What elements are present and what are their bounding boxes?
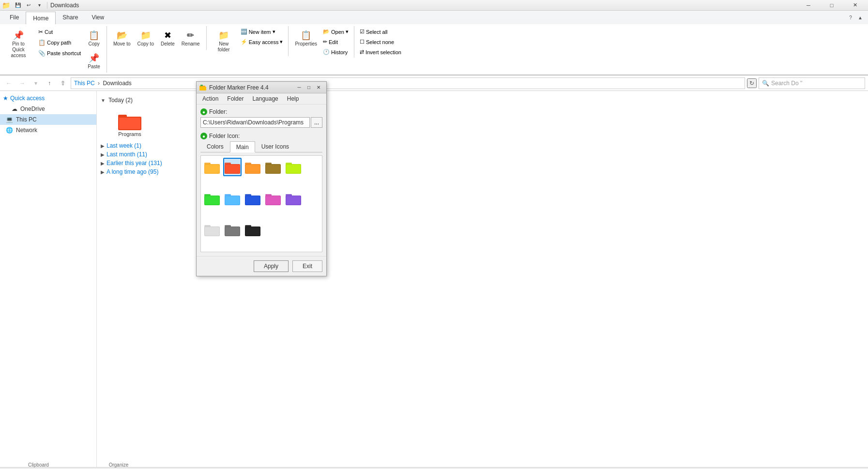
- copy-label: Copy: [88, 41, 99, 46]
- folder-icon-item-green[interactable]: [203, 189, 221, 208]
- search-placeholder: Search Do ": [771, 80, 802, 87]
- paste-button[interactable]: 📌 Paste: [84, 50, 104, 72]
- folder-icon-item-yellow[interactable]: [203, 158, 221, 176]
- ribbon: File Home Share View ? ▲ 📌 Pin to Quick …: [0, 11, 868, 76]
- dialog-close-button[interactable]: ✕: [314, 83, 323, 92]
- tab-view[interactable]: View: [85, 11, 111, 24]
- svg-rect-2: [119, 118, 140, 129]
- exit-button[interactable]: Exit: [292, 260, 322, 272]
- search-box[interactable]: 🔍 Search Do ": [759, 77, 865, 89]
- folder-icon-item-purple[interactable]: [284, 189, 303, 208]
- tab-main[interactable]: Main: [230, 141, 255, 152]
- ribbon-help-btn[interactable]: ?: [846, 13, 855, 22]
- folder-icon-item-black[interactable]: [244, 220, 262, 239]
- folder-path-row: ...: [200, 117, 322, 128]
- easy-access-label: Easy access: [249, 39, 279, 45]
- dialog-maximize-button[interactable]: □: [304, 83, 314, 92]
- pin-to-quick-access-button[interactable]: 📌 Pin to Quick access: [3, 27, 34, 61]
- edit-button[interactable]: ✏ Edit: [320, 37, 351, 46]
- folder-browse-button[interactable]: ...: [311, 117, 322, 128]
- tab-user-icons[interactable]: User Icons: [255, 141, 295, 152]
- paste-shortcut-label: Paste shortcut: [47, 50, 81, 56]
- open-icon: 📂: [323, 29, 330, 35]
- paste-shortcut-button[interactable]: 📎 Paste shortcut: [36, 48, 83, 58]
- dialog-menu-language[interactable]: Language: [248, 94, 282, 103]
- new-item-button[interactable]: 🆕 New item ▾: [238, 27, 286, 36]
- folder-icon-item-pink[interactable]: [264, 189, 282, 208]
- easy-access-button[interactable]: ⚡ Easy access ▾: [238, 37, 286, 46]
- svg-rect-17: [266, 165, 280, 173]
- copy-to-label: Copy to: [137, 41, 153, 46]
- open-button[interactable]: 📂 Open ▾: [320, 27, 351, 36]
- folder-icon-item-brown[interactable]: [264, 158, 282, 176]
- dialog-menu-folder[interactable]: Folder: [223, 94, 247, 103]
- breadcrumb-downloads[interactable]: Downloads: [103, 80, 131, 87]
- dialog-minimize-button[interactable]: ─: [294, 83, 304, 92]
- folder-icon-item-lightgray[interactable]: [203, 220, 221, 239]
- copy-to-button[interactable]: 📁 Copy to: [134, 27, 157, 49]
- new-folder-button[interactable]: 📁 New folder: [210, 27, 238, 55]
- history-button[interactable]: 🕐 History: [320, 47, 351, 57]
- tab-file[interactable]: File: [3, 11, 26, 24]
- maximize-button[interactable]: □: [821, 0, 843, 11]
- sidebar-item-this-pc[interactable]: 💻 This PC: [0, 114, 96, 125]
- qat-undo-btn[interactable]: ↩: [24, 1, 33, 10]
- today-expand-arrow: ▼: [101, 98, 106, 103]
- copy-button[interactable]: 📋 Copy: [84, 27, 104, 49]
- cut-button[interactable]: ✂ Cut: [36, 27, 83, 37]
- dialog-menu-action[interactable]: Action: [198, 94, 222, 103]
- up-button[interactable]: ↑: [44, 77, 55, 89]
- folder-programs[interactable]: Programs: [110, 108, 149, 139]
- sidebar-item-network[interactable]: 🌐 Network: [0, 125, 96, 136]
- folder-path-input[interactable]: [200, 117, 310, 128]
- folder-icon-section: ● Folder Icon:: [200, 133, 322, 139]
- folder-icon-item-red[interactable]: [223, 158, 242, 176]
- select-all-label: Select all: [366, 29, 388, 35]
- breadcrumb-this-pc[interactable]: This PC: [74, 80, 95, 87]
- recent-button[interactable]: ▾: [30, 77, 42, 89]
- folder-icon-item-darkgray[interactable]: [223, 220, 242, 239]
- svg-rect-44: [245, 227, 260, 236]
- qat-save-btn[interactable]: 💾: [13, 1, 23, 10]
- back-button[interactable]: ←: [3, 77, 15, 89]
- tab-home[interactable]: Home: [26, 12, 56, 24]
- qat-dropdown-btn[interactable]: ▾: [34, 1, 44, 10]
- refresh-button[interactable]: ↻: [747, 78, 757, 88]
- rename-button[interactable]: ✏ Rename: [178, 27, 203, 49]
- up-arrow-button[interactable]: ⇧: [57, 77, 69, 89]
- select-all-button[interactable]: ☑ Select all: [357, 27, 404, 36]
- select-none-button[interactable]: ☐ Select none: [357, 37, 404, 46]
- dialog-title-left: Folder Marker Free 4.4: [199, 84, 269, 91]
- sidebar-item-quick-access[interactable]: ★ Quick access: [0, 93, 96, 104]
- onedrive-label: OneDrive: [20, 106, 45, 112]
- folder-icon-section-icon: ●: [200, 133, 207, 139]
- dialog-title-text: Folder Marker Free 4.4: [209, 84, 269, 91]
- edit-label: Edit: [329, 39, 338, 45]
- close-button[interactable]: ✕: [844, 0, 866, 11]
- forward-button[interactable]: →: [16, 77, 28, 89]
- delete-button[interactable]: ✖ Delete: [157, 27, 178, 49]
- dialog-menu-help[interactable]: Help: [283, 94, 303, 103]
- new-folder-label: New folder: [213, 41, 235, 53]
- copy-path-button[interactable]: 📋 Copy path: [36, 38, 83, 47]
- a-long-time-ago-arrow: ▶: [101, 169, 105, 175]
- svg-rect-8: [205, 165, 219, 173]
- folder-icon-item-lightblue[interactable]: [223, 189, 242, 208]
- ribbon-collapse-btn[interactable]: ▲: [855, 13, 865, 22]
- paste-label: Paste: [88, 64, 100, 69]
- dialog-tabs: Colors Main User Icons: [200, 141, 322, 152]
- folder-icon-item-lime[interactable]: [284, 158, 303, 176]
- apply-button[interactable]: Apply: [254, 260, 289, 272]
- folder-icon-item-orange[interactable]: [244, 158, 262, 176]
- move-to-button[interactable]: 📂 Move to: [110, 27, 134, 49]
- address-box[interactable]: This PC › Downloads: [71, 77, 745, 89]
- dialog-footer: Apply Exit: [197, 256, 326, 276]
- folder-icon-item-blue[interactable]: [244, 189, 262, 208]
- properties-button[interactable]: 📋 Properties: [291, 27, 320, 49]
- sidebar-item-onedrive[interactable]: ☁ OneDrive: [0, 104, 96, 114]
- tab-colors[interactable]: Colors: [200, 141, 230, 152]
- folder-marker-dialog[interactable]: Folder Marker Free 4.4 ─ □ ✕ Action Fold…: [196, 81, 327, 276]
- minimize-button[interactable]: ─: [797, 0, 820, 11]
- tab-share[interactable]: Share: [56, 11, 85, 24]
- invert-selection-button[interactable]: ⇄ Invert selection: [357, 47, 404, 57]
